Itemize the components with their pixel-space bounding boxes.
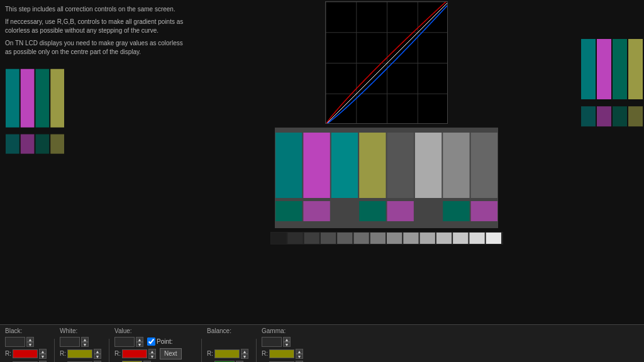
divider-1 bbox=[54, 339, 55, 362]
balance-label: Balance: bbox=[207, 327, 251, 334]
point-checkbox[interactable] bbox=[147, 337, 155, 346]
divider-3 bbox=[201, 339, 202, 362]
white-label: White: bbox=[60, 327, 104, 334]
balance-r-label: R: bbox=[207, 350, 213, 357]
gamma-chart bbox=[325, 1, 448, 124]
gamma-label: Gamma: bbox=[262, 327, 306, 334]
divider-2 bbox=[109, 339, 109, 362]
gamma-r-row: R: ▲▼ bbox=[262, 348, 306, 359]
instruction-line2: If neccessary, use R,G,B, controls to ma… bbox=[5, 18, 190, 35]
white-r-spinner[interactable]: ▲▼ bbox=[94, 349, 101, 359]
value-r-bar bbox=[122, 349, 147, 358]
black-spinner[interactable]: ▲▼ bbox=[26, 337, 34, 347]
black-r-label: R: bbox=[5, 350, 11, 357]
value-r-spinner[interactable]: ▲▼ bbox=[148, 349, 156, 359]
white-r-row: R: ▲▼ bbox=[60, 348, 104, 359]
balance-r-bar bbox=[214, 349, 240, 358]
balance-r-spinner[interactable]: ▲▼ bbox=[241, 349, 248, 359]
main-color-bars bbox=[275, 128, 498, 228]
left-color-bars bbox=[5, 64, 65, 162]
controls-area: Black: 2 ▲▼ R: ▲▼ G: ▲▼ B: ▲▼ Reset: >0<… bbox=[0, 324, 644, 362]
black-value-input[interactable]: 2 bbox=[5, 337, 25, 347]
gamma-main-row: -15 ▲▼ bbox=[262, 336, 306, 347]
point-label: Point: bbox=[157, 338, 173, 345]
gamma-r-label: R: bbox=[262, 350, 268, 357]
value-r-row: R: ▲▼ Next bbox=[114, 348, 196, 359]
white-main-row: -8 ▲▼ bbox=[60, 336, 104, 347]
black-r-spinner[interactable]: ▲▼ bbox=[39, 349, 47, 359]
white-r-label: R: bbox=[60, 350, 66, 357]
balance-r-row: R: ▲▼ bbox=[207, 348, 251, 359]
gamma-curve-canvas bbox=[326, 2, 448, 124]
white-value-input[interactable]: -8 bbox=[60, 337, 80, 347]
black-group: Black: 2 ▲▼ R: ▲▼ G: ▲▼ B: ▲▼ Reset: >0< bbox=[5, 327, 49, 362]
grayscale-row bbox=[270, 232, 503, 244]
gamma-r-bar bbox=[269, 349, 294, 358]
instruction-line3: On TN LCD displays you need to make gray… bbox=[5, 39, 190, 57]
value-r-label: R: bbox=[114, 350, 121, 357]
point-checkbox-row: Point: bbox=[147, 337, 173, 346]
black-main-row: 2 ▲▼ bbox=[5, 336, 49, 347]
right-color-bars bbox=[580, 34, 643, 134]
center-panel bbox=[195, 0, 578, 324]
next-button[interactable]: Next bbox=[160, 348, 182, 359]
divider-4 bbox=[256, 339, 257, 362]
instruction-line1: This step includes all correction contro… bbox=[5, 5, 190, 14]
balance-group: Balance: R: ▲▼ G: -4 ▲▼ B: ▲▼ Reset: >0< bbox=[207, 327, 251, 362]
white-group: White: -8 ▲▼ R: ▲▼ G: ▲▼ B: ▲▼ Reset: >0… bbox=[60, 327, 104, 362]
instructions-panel: This step includes all correction contro… bbox=[0, 0, 195, 324]
white-spinner[interactable]: ▲▼ bbox=[81, 337, 89, 347]
black-label: Black: bbox=[5, 327, 49, 334]
grayscale-thumbnails bbox=[270, 232, 503, 244]
right-panel bbox=[578, 0, 644, 324]
gamma-r-spinner[interactable]: ▲▼ bbox=[296, 349, 303, 359]
balance-main-row bbox=[207, 336, 251, 347]
value-spinner[interactable]: ▲▼ bbox=[136, 337, 143, 347]
gamma-spinner[interactable]: ▲▼ bbox=[283, 337, 291, 347]
gamma-value-input[interactable]: -15 bbox=[262, 337, 282, 347]
value-input[interactable]: -59 bbox=[114, 337, 135, 347]
gamma-group: Gamma: -15 ▲▼ R: ▲▼ G: ▲▼ B: ▲▼ Reset: >… bbox=[262, 327, 306, 362]
value-main-row: -59 ▲▼ Point: bbox=[114, 336, 196, 347]
white-r-bar bbox=[67, 349, 92, 358]
black-r-row: R: ▲▼ bbox=[5, 348, 49, 359]
value-group: Value: -59 ▲▼ Point: R: ▲▼ Next G: 0 ▲▼ … bbox=[114, 327, 196, 362]
black-r-bar bbox=[13, 349, 38, 358]
value-label: Value: bbox=[114, 327, 196, 334]
